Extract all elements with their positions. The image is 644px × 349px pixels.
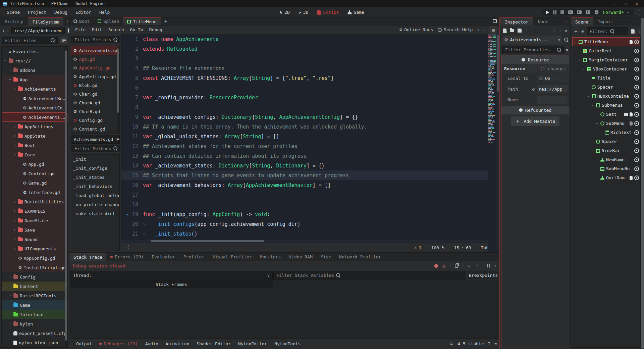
filter-nodes-input[interactable]: Filter: bbox=[587, 27, 628, 35]
script-list-scrollbar[interactable] bbox=[117, 47, 119, 133]
tab-inspector[interactable]: Inspector bbox=[500, 17, 533, 26]
code-line-21[interactable]: 21» _init_states() bbox=[121, 229, 499, 239]
script-item-content-gd[interactable]: ⚙Content.gd bbox=[71, 124, 119, 133]
code-line-3[interactable]: 3 bbox=[121, 54, 499, 63]
debugger-tab-stack-trace[interactable]: Stack Trace bbox=[69, 253, 106, 261]
tree-arrow-icon[interactable]: › bbox=[13, 246, 16, 251]
visibility-eye-icon[interactable] bbox=[634, 130, 639, 135]
script-menu-debug[interactable]: Debug bbox=[146, 27, 165, 33]
file-tree-item-game[interactable]: Game bbox=[2, 300, 67, 310]
attached-script-icon[interactable] bbox=[630, 121, 633, 126]
tree-arrow-icon[interactable]: › bbox=[13, 228, 16, 232]
file-tree-item-appsettings[interactable]: ›AppSettings bbox=[2, 122, 67, 131]
play-scene-button[interactable] bbox=[577, 10, 582, 14]
code-line-7[interactable]: 7var _config_provider: ResourceProvider bbox=[121, 93, 499, 102]
file-tree-item-content-gd[interactable]: ⚙Content.gd bbox=[2, 169, 67, 178]
scene-node-sett-8[interactable]: Sett bbox=[572, 110, 640, 119]
tab-history[interactable]: History bbox=[0, 17, 28, 26]
dock-menu-icon[interactable]: ⋮ bbox=[562, 19, 570, 24]
script-item-charb-gd[interactable]: ⚙CharB.gd bbox=[71, 107, 119, 116]
menu-editor[interactable]: Editor bbox=[72, 9, 95, 16]
file-tree-item-uicomponents[interactable]: ›UIComponents bbox=[2, 244, 67, 253]
file-tree-item-achievementconfi[interactable]: ⚙AchievementConfi… bbox=[2, 103, 67, 112]
resource-extra-menu-icon[interactable]: ⋮ bbox=[525, 28, 529, 33]
scene-node-titlemenu-0[interactable]: ›TitleMenu bbox=[572, 37, 640, 46]
scene-node-submenubu-14[interactable]: SubMenuBu bbox=[572, 164, 640, 173]
bottom-bar-audio[interactable]: Audio bbox=[142, 340, 162, 347]
script-item-app-gd[interactable]: ⚙App.gd bbox=[71, 55, 119, 63]
movie-maker-button[interactable] bbox=[594, 10, 599, 14]
bottom-bar-shader-editor[interactable]: Shader Editor bbox=[193, 340, 234, 347]
code-line-9[interactable]: 9var _achievement_configs: Dictionary[St… bbox=[121, 112, 499, 122]
scene-node-hboxcontaine-6[interactable]: ›HBoxContaine bbox=[572, 92, 640, 101]
workspace-2d-button[interactable]: ↳2D bbox=[277, 9, 292, 15]
minimap-viewport[interactable] bbox=[488, 34, 496, 64]
horizontal-scrollbar[interactable] bbox=[121, 240, 488, 243]
tree-arrow-icon[interactable]: › bbox=[13, 124, 16, 129]
tree-arrow-icon[interactable]: › bbox=[582, 67, 586, 71]
file-tree-item-appconfig-gd[interactable]: ⚙AppConfig.gd bbox=[2, 253, 67, 263]
tree-arrow-icon[interactable]: › bbox=[13, 237, 16, 242]
bottom-bar-nylontools[interactable]: NylonTools bbox=[271, 340, 304, 347]
file-tree-item-achievements-gd[interactable]: ⚙Achievements.gd bbox=[2, 112, 67, 122]
filter-files-input[interactable]: Filter Files bbox=[2, 37, 58, 44]
file-tree-item-gamestate[interactable]: ›GameState bbox=[2, 216, 67, 225]
filter-scripts-input[interactable]: Filter Scripts bbox=[71, 36, 120, 43]
debugger-tab-profiler[interactable]: Profiler bbox=[179, 253, 209, 261]
file-tree-item-achievements[interactable]: ›Achievements bbox=[2, 84, 67, 94]
tree-arrow-icon[interactable]: › bbox=[577, 58, 582, 62]
debugger-tab-evaluator[interactable]: Evaluator bbox=[148, 253, 179, 261]
tree-arrow-icon[interactable]: › bbox=[13, 199, 16, 204]
editable-children-icon[interactable] bbox=[624, 113, 628, 116]
search-help-button[interactable]: Search Help bbox=[438, 27, 473, 32]
maximize-button[interactable]: ▢ bbox=[621, 0, 631, 7]
scene-node-margincontainer-2[interactable]: ›MarginContainer bbox=[572, 55, 640, 64]
file-tree-item-config[interactable]: ›Config bbox=[2, 272, 67, 282]
visibility-eye-icon[interactable] bbox=[634, 76, 639, 81]
tree-arrow-icon[interactable]: › bbox=[8, 275, 12, 279]
method-item-init-behaviors[interactable]: _init_behaviors bbox=[71, 182, 119, 191]
save-resource-icon[interactable] bbox=[518, 29, 522, 33]
visibility-eye-icon[interactable] bbox=[634, 103, 639, 108]
code-line-13[interactable]: 13## Can contain detailed information ab… bbox=[121, 151, 499, 161]
tree-arrow-icon[interactable]: › bbox=[573, 40, 578, 44]
script-item-chara-gd[interactable]: ⚙CharA.gd bbox=[71, 98, 119, 107]
script-menu-edit[interactable]: Edit bbox=[89, 27, 105, 33]
filter-stack-variables-input[interactable]: Filter Stack Variables bbox=[273, 271, 466, 280]
debugger-tab-visual-profiler[interactable]: Visual Profiler bbox=[208, 253, 256, 261]
code-line-5[interactable]: 5const ACHIEVEMENT_EXTENSIONS: Array[Str… bbox=[121, 73, 499, 83]
remote-debug-button[interactable] bbox=[568, 10, 573, 14]
code-line-14[interactable]: 14var _achievement_states: Dictionary[St… bbox=[121, 161, 499, 170]
scene-node-sidebar-12[interactable]: ›SideBar bbox=[572, 146, 640, 155]
file-tree-item-addons[interactable]: ›addons bbox=[2, 65, 67, 75]
distraction-free-icon[interactable] bbox=[493, 19, 497, 23]
resource-path-field[interactable]: res://App bbox=[537, 85, 568, 93]
tree-arrow-icon[interactable]: › bbox=[13, 209, 16, 213]
thread-dropdown[interactable]: Thread: ∨ bbox=[70, 271, 273, 280]
visibility-eye-icon[interactable] bbox=[634, 40, 639, 44]
tree-arrow-icon[interactable]: › bbox=[586, 95, 591, 98]
collapse-errors-icon[interactable]: 〈 bbox=[125, 245, 129, 251]
script-item-blob-gd[interactable]: ⚙Blob.gd bbox=[71, 81, 119, 90]
file-tree-item-durielutilities[interactable]: ›DurielUtilities bbox=[2, 197, 67, 206]
method-item-make-state-dict[interactable]: _make_state_dict bbox=[71, 209, 119, 218]
copy-error-icon[interactable] bbox=[455, 264, 458, 268]
play-custom-scene-button[interactable] bbox=[586, 10, 590, 14]
tree-arrow-icon[interactable]: › bbox=[8, 78, 12, 81]
new-tab-button[interactable]: ＋ bbox=[161, 18, 171, 24]
code-line-11[interactable]: 11var _global_unlock_states: Array[Strin… bbox=[121, 132, 499, 141]
detach-script-icon[interactable] bbox=[631, 29, 635, 34]
sort-methods-icon[interactable]: ⇅≡ bbox=[115, 137, 118, 142]
file-tree-item-favorites[interactable]: ★Favorites: bbox=[2, 47, 67, 56]
workspace-script-button[interactable]: Script bbox=[314, 9, 341, 15]
pin-bottom-panel-icon[interactable]: ⍑ bbox=[488, 342, 490, 346]
instance-scene-button[interactable]: ∞ bbox=[580, 29, 585, 34]
scene-node-quitgam-15[interactable]: QuitGam bbox=[572, 173, 640, 182]
add-node-button[interactable]: ＋ bbox=[573, 28, 579, 35]
bottom-bar-debugger-29[interactable]: Debugger (29) bbox=[96, 340, 141, 347]
visibility-eye-icon[interactable] bbox=[634, 157, 639, 162]
file-tree-item-installscript-gd[interactable]: ⚙InstallScript.gd bbox=[2, 263, 67, 272]
revert-property-icon[interactable]: ↺ bbox=[532, 87, 535, 92]
file-tree-item-app-gd[interactable]: ⚙App.gd bbox=[2, 159, 67, 169]
scene-node-newgame-13[interactable]: NewGame bbox=[572, 155, 640, 164]
